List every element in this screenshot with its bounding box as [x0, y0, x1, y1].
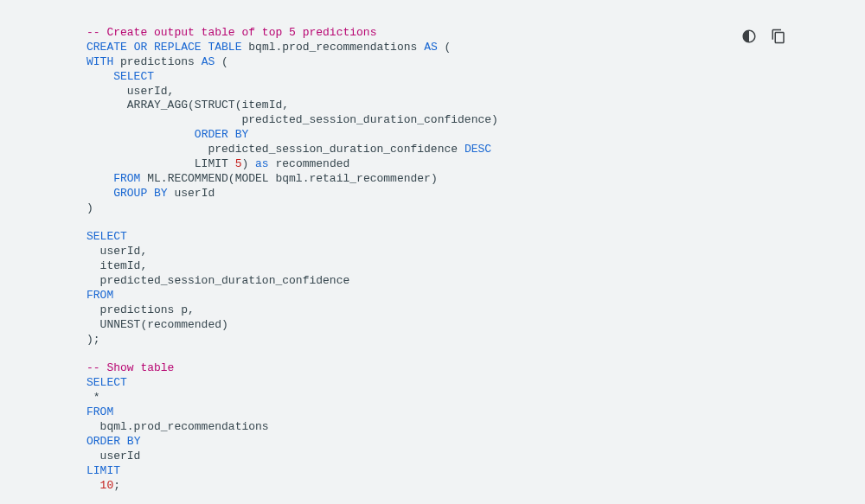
- code-token-keyword: SELECT: [86, 376, 127, 389]
- code-token-plain: [147, 187, 154, 200]
- code-token-plain: [86, 172, 113, 185]
- code-token-keyword: OR: [134, 41, 148, 54]
- code-token-plain: userId,: [86, 85, 174, 98]
- code-token-plain: userId: [86, 450, 140, 463]
- code-token-keyword: AS: [424, 41, 438, 54]
- code-token-plain: bqml.prod_recommendations: [241, 41, 424, 54]
- code-token-plain: predicted_session_duration_confidence: [86, 143, 465, 156]
- copy-icon[interactable]: [770, 28, 787, 45]
- code-token-plain: [228, 128, 235, 141]
- code-token-comment: -- Show table: [86, 361, 174, 374]
- code-token-plain: );: [86, 333, 100, 346]
- code-token-plain: (: [438, 41, 452, 54]
- code-token-plain: UNNEST(recommended): [86, 318, 228, 331]
- code-token-keyword: as: [255, 157, 269, 170]
- code-token-plain: ;: [113, 479, 120, 492]
- code-token-plain: (: [215, 55, 228, 68]
- code-token-plain: recommended: [269, 157, 350, 170]
- code-token-keyword: DESC: [465, 143, 491, 156]
- code-token-plain: userId: [168, 187, 215, 200]
- code-token-keyword: CREATE: [86, 41, 127, 54]
- code-token-keyword: SELECT: [113, 70, 154, 83]
- code-token-plain: [86, 128, 195, 141]
- code-token-keyword: TABLE: [208, 41, 241, 54]
- code-token-plain: itemId,: [86, 259, 147, 272]
- code-token-keyword: LIMIT: [86, 464, 120, 477]
- code-token-plain: predicted_session_duration_confidence): [86, 113, 498, 126]
- theme-toggle-icon[interactable]: [740, 28, 758, 45]
- code-token-comment: -- Create output table of top 5 predicti…: [86, 26, 376, 39]
- code-token-plain: [86, 187, 113, 200]
- code-token-keyword: FROM: [86, 405, 113, 418]
- code-token-keyword: BY: [127, 435, 141, 448]
- code-token-keyword: SELECT: [86, 230, 127, 243]
- code-token-plain: [86, 479, 100, 492]
- code-token-keyword: ORDER: [195, 128, 228, 141]
- sql-code-block: -- Create output table of top 5 predicti…: [86, 26, 778, 494]
- code-token-plain: predicted_session_duration_confidence: [86, 274, 349, 287]
- code-token-plain: userId,: [86, 245, 147, 258]
- code-token-plain: predictions: [113, 55, 201, 68]
- code-token-keyword: ORDER: [86, 435, 120, 448]
- code-token-plain: [86, 70, 113, 83]
- code-token-keyword: BY: [235, 128, 249, 141]
- code-token-plain: [120, 435, 127, 448]
- code-token-keyword: REPLACE: [154, 41, 202, 54]
- code-token-plain: LIMIT: [86, 157, 235, 170]
- code-token-keyword: FROM: [113, 172, 140, 185]
- code-token-plain: bqml.prod_recommendations: [86, 420, 269, 433]
- code-token-keyword: FROM: [86, 289, 113, 302]
- code-actions-toolbar: [740, 28, 787, 45]
- code-token-plain: ML.RECOMMEND(MODEL bqml.retail_recommend…: [140, 172, 437, 185]
- code-token-plain: [127, 41, 134, 54]
- code-token-plain: ): [86, 201, 93, 214]
- code-token-plain: [147, 41, 154, 54]
- code-token-plain: *: [86, 391, 100, 404]
- code-token-plain: ): [241, 157, 255, 170]
- code-token-keyword: AS: [202, 55, 215, 68]
- code-token-plain: ARRAY_AGG(STRUCT(itemId,: [86, 99, 289, 112]
- code-token-number: 10: [100, 479, 114, 492]
- code-token-keyword: GROUP: [113, 187, 147, 200]
- code-token-keyword: BY: [154, 187, 168, 200]
- code-token-plain: predictions p,: [86, 303, 195, 316]
- code-token-keyword: WITH: [86, 55, 113, 68]
- code-block-container: -- Create output table of top 5 predicti…: [0, 26, 865, 494]
